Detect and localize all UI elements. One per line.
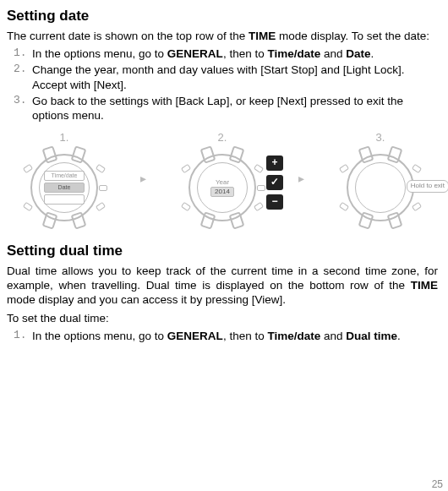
steps-dual-time: In the options menu, go to GENERAL, then… [7,329,438,343]
figure-panel-1: 1. Time/date Date [25,131,103,226]
bold-timedate: Time/date [267,47,320,60]
bold-dual-time: Dual time [346,330,397,342]
text: mode display. To set the date: [276,30,429,42]
arrow-icon: ▸ [140,172,146,187]
check-key-icon: ✓ [266,175,283,190]
text: , then to [223,47,268,60]
watch-icon: Year 2014 + ✓ − [183,149,261,226]
watch-icon: Hold to exit 2s [341,149,419,226]
bold-timedate: Time/date [267,330,320,342]
panel-number: 2. [218,131,227,145]
bold-date: Date [346,47,370,60]
text: and [320,47,346,60]
menu-row-empty [44,194,85,205]
page-number: 25 [432,478,443,491]
side-keys: + ✓ − [266,155,283,210]
text: In the options menu, go to [32,47,167,60]
heading-setting-date: Setting date [7,7,438,25]
intro-setting-date: The current date is shown on the top row… [7,29,438,43]
bold-time: TIME [249,30,276,42]
text: and [320,330,346,342]
figure-panel-3: 3. Hold to exit 2s [341,131,419,226]
panel-number: 3. [376,131,385,145]
menu-row-timedate: Time/date [44,171,85,181]
text: , then to [223,330,268,342]
panel-number: 1. [60,131,69,145]
bold-general: GENERAL [167,330,223,342]
heading-setting-dual-time: Setting dual time [7,242,438,260]
step-3: Go back to the settings with [Back Lap],… [32,94,438,123]
step-1: In the options menu, go to GENERAL, then… [32,329,438,343]
intro-dual-time: Dual time allows you to keep track of th… [7,264,438,308]
figure-setting-date: 1. Time/date Date ▸ 2. Year 2014 + [7,131,438,226]
bold-time: TIME [411,279,438,292]
arrow-icon: ▸ [298,172,304,187]
step-2: Change the year, month and day values wi… [32,63,438,92]
figure-panel-2: 2. Year 2014 + ✓ − [183,131,261,226]
text: . [397,330,401,342]
year-value: 2014 [210,187,234,197]
text: Dual time allows you to keep track of th… [7,265,438,292]
text: mode display and you can access it by pr… [7,293,286,306]
steps-setting-date: In the options menu, go to GENERAL, then… [7,46,438,123]
plus-key-icon: + [266,155,283,171]
text: . [371,47,374,60]
minus-key-icon: − [266,194,283,210]
watch-icon: Time/date Date [25,149,103,226]
text: In the options menu, go to [32,330,167,342]
menu-row-date: Date [44,183,85,193]
bold-general: GENERAL [167,47,223,60]
to-set-dual-time: To set the dual time: [7,311,438,325]
year-label: Year [216,178,229,187]
hold-to-exit-label: Hold to exit [407,180,448,192]
step-1: In the options menu, go to GENERAL, then… [32,46,438,61]
text: The current date is shown on the top row… [7,30,249,42]
